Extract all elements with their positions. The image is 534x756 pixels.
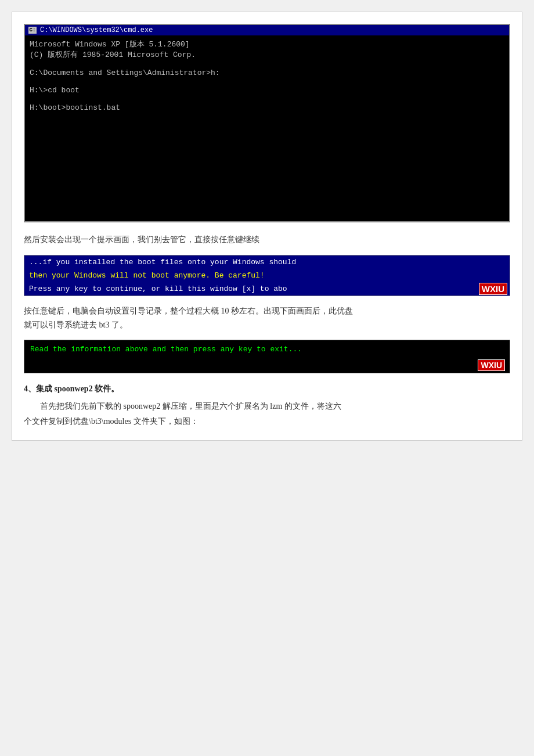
press-bar: Press any key to continue, or kill this … <box>24 282 477 296</box>
page-container: C: C:\WINDOWS\system32\cmd.exe Microsoft… <box>12 12 522 441</box>
cmd-icon: C: <box>28 27 37 34</box>
cmd-line-4: C:\Documents and Settings\Administrator>… <box>30 69 220 77</box>
wxiu-logo-2: WXIU <box>478 359 505 371</box>
warning-bar-2: then your Windows will not boot anymore.… <box>24 269 510 282</box>
paragraph-2: 按任意键后，电脑会自动设置引导记录，整个过程大概 10 秒左右。出现下面画面后，… <box>24 304 510 332</box>
wxiu-logo: WXIU <box>479 283 507 295</box>
press-bar-row: Press any key to continue, or kill this … <box>24 282 510 296</box>
paragraph-2-line2: 就可以引导系统进去 bt3 了。 <box>24 321 128 329</box>
read-info-container: Read the information above and then pres… <box>24 340 510 373</box>
cmd-line-1: Microsoft Windows XP [版本 5.1.2600] <box>30 40 190 49</box>
press-text: Press any key to continue, or kill this … <box>29 285 287 293</box>
section-4-heading: 4、集成 spoonwep2 软件。 <box>24 384 510 394</box>
warning-box: ...if you installed the boot files onto … <box>24 255 510 296</box>
cmd-title: C:\WINDOWS\system32\cmd.exe <box>40 26 153 34</box>
cmd-body: Microsoft Windows XP [版本 5.1.2600] (C) 版… <box>25 35 509 221</box>
cmd-line-8: H:\boot>bootinst.bat <box>30 103 120 112</box>
paragraph-1: 然后安装会出现一个提示画面，我们别去管它，直接按任意键继续 <box>24 233 510 247</box>
warning-text-1: ...if you installed the boot files onto … <box>29 258 296 267</box>
section-4-heading-text: 4、集成 spoonwep2 软件。 <box>24 384 119 393</box>
cmd-window: C: C:\WINDOWS\system32\cmd.exe Microsoft… <box>24 24 510 222</box>
read-info-body: Read the information above and then pres… <box>24 340 510 358</box>
section-4-body-line2: 个文件复制到优盘\bt3\modules 文件夹下，如图： <box>24 417 199 426</box>
paragraph-2-line1: 按任意键后，电脑会自动设置引导记录，整个过程大概 10 秒左右。出现下面画面后，… <box>24 307 353 315</box>
section-4-body-line1: 首先把我们先前下载的 spoonwep2 解压缩，里面是六个扩展名为 lzm 的… <box>40 402 341 411</box>
cmd-line-6: H:\>cd boot <box>30 86 80 95</box>
paragraph-1-text: 然后安装会出现一个提示画面，我们别去管它，直接按任意键继续 <box>24 235 259 244</box>
read-info-text: Read the information above and then pres… <box>30 345 302 354</box>
cmd-line-2: (C) 版权所有 1985-2001 Microsoft Corp. <box>30 51 196 59</box>
section-4-body: 首先把我们先前下载的 spoonwep2 解压缩，里面是六个扩展名为 lzm 的… <box>24 399 510 428</box>
read-info-footer: WXIU <box>24 358 510 373</box>
wxiu-badge: WXIU <box>477 282 510 296</box>
warning-bar-1: ...if you installed the boot files onto … <box>24 255 510 269</box>
warning-text-2: then your Windows will not boot anymore.… <box>29 271 265 280</box>
cmd-titlebar: C: C:\WINDOWS\system32\cmd.exe <box>25 25 509 35</box>
